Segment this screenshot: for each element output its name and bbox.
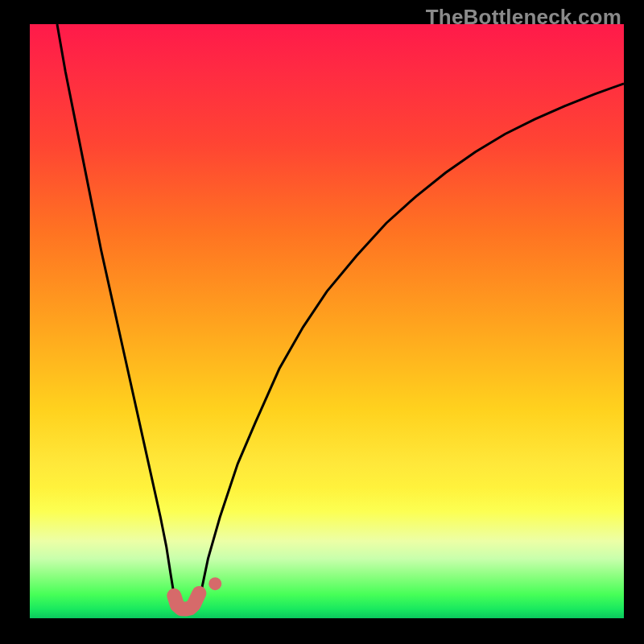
series-left-curve <box>57 24 174 596</box>
series-valley-dot <box>208 577 221 590</box>
series-right-curve <box>200 84 624 596</box>
watermark-text: TheBottleneck.com <box>426 5 621 30</box>
chart-frame: TheBottleneck.com <box>0 0 644 644</box>
series-valley-connector <box>174 593 199 609</box>
chart-svg <box>30 24 624 618</box>
